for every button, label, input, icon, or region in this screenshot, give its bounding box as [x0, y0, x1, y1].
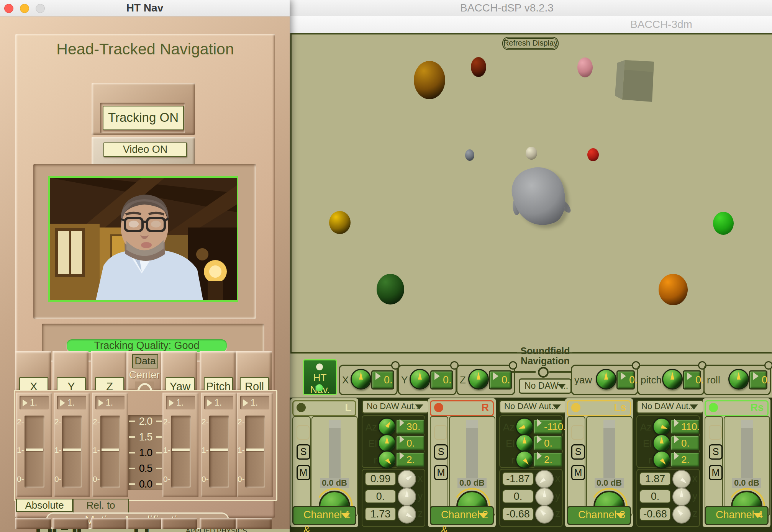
channel-select-dropdown-Ls[interactable]: Channel 3 — [567, 506, 631, 525]
slider-handle[interactable] — [102, 449, 119, 451]
nav-value-X[interactable]: 0. — [371, 370, 394, 390]
level-meter[interactable] — [741, 428, 753, 478]
z-knob-L[interactable] — [398, 505, 416, 524]
z-coordinate-R[interactable]: -0.68 — [502, 507, 534, 521]
y-coordinate-Ls[interactable]: 0. — [639, 489, 671, 503]
nav-knob-X[interactable] — [351, 369, 371, 390]
channel-header-Ls[interactable]: Ls — [567, 400, 631, 416]
az-value-L[interactable]: 30. — [395, 419, 425, 435]
amplification-value-box[interactable]: 1. — [57, 396, 86, 409]
channel-header-R[interactable]: R — [430, 400, 494, 416]
level-meter[interactable] — [329, 428, 341, 478]
slider-handle[interactable] — [172, 449, 190, 451]
amplification-slider[interactable] — [209, 416, 229, 488]
el-value-Ls[interactable]: 0. — [670, 435, 700, 451]
el-value-R[interactable]: 0. — [533, 435, 563, 451]
r-value-L[interactable]: 2. — [395, 452, 425, 468]
sphere-gray-small[interactable] — [465, 149, 474, 161]
nav-knob-pitch[interactable] — [662, 369, 683, 390]
y-coordinate-L[interactable]: 0. — [365, 489, 396, 503]
refresh-display-button[interactable]: Refresh Display — [502, 37, 559, 50]
nav-knob-roll[interactable] — [728, 369, 749, 390]
r-knob-L[interactable] — [378, 450, 396, 469]
x-knob-R[interactable] — [535, 470, 554, 488]
sphere-pink[interactable] — [577, 57, 593, 77]
amplification-slider[interactable] — [25, 416, 44, 488]
el-value-L[interactable]: 0. — [395, 435, 425, 451]
amplification-slider[interactable] — [62, 416, 82, 488]
x-knob-L[interactable] — [398, 470, 416, 488]
channel-header-Rs[interactable]: Rs — [705, 400, 769, 416]
r-knob-R[interactable] — [515, 450, 534, 469]
solo-button-Rs[interactable]: S — [709, 444, 723, 460]
z-coordinate-L[interactable]: 1.73 — [365, 507, 396, 521]
y-knob-L[interactable] — [398, 488, 416, 506]
channel-select-dropdown-Rs[interactable]: Channel 4 — [705, 506, 769, 525]
solo-button-R[interactable]: S — [434, 444, 448, 460]
amplification-value-box[interactable]: 1. — [166, 396, 195, 409]
daw-automation-dropdown-R[interactable]: No DAW Aut... — [499, 400, 567, 414]
sphere-dark-red[interactable] — [471, 57, 486, 77]
video-on-button[interactable]: Video ON — [103, 142, 187, 157]
soundfield-daw-dropdown[interactable]: No DAW ... — [519, 378, 572, 394]
amplification-value-box[interactable]: 1. — [95, 396, 125, 409]
r-value-Ls[interactable]: 2. — [670, 452, 700, 468]
mute-button-R[interactable]: M — [434, 465, 448, 480]
soundfield-3d-canvas[interactable] — [290, 33, 772, 354]
nav-value-yaw[interactable]: 0. — [616, 370, 635, 390]
r-knob-Ls[interactable] — [652, 450, 671, 469]
mute-button-L[interactable]: M — [297, 465, 310, 480]
az-knob-L[interactable] — [378, 417, 396, 436]
z-knob-Ls[interactable] — [672, 505, 691, 524]
x-knob-Ls[interactable] — [672, 470, 691, 488]
amplification-slider[interactable] — [100, 416, 120, 488]
slider-handle[interactable] — [63, 449, 81, 451]
mute-button-Ls[interactable]: M — [571, 465, 585, 480]
x-coordinate-R[interactable]: -1.87 — [502, 472, 534, 486]
amplification-value-box[interactable]: 1. — [204, 396, 233, 409]
x-coordinate-L[interactable]: 0.99 — [365, 472, 396, 486]
solo-button-L[interactable]: S — [297, 444, 310, 460]
sphere-yellow[interactable] — [329, 211, 351, 234]
az-value-R[interactable]: -110. — [533, 419, 563, 435]
channel-select-dropdown-L[interactable]: Channel 1 &... — [292, 506, 356, 525]
z-knob-R[interactable] — [535, 505, 554, 524]
az-value-Ls[interactable]: 110. — [670, 419, 700, 435]
daw-automation-dropdown-L[interactable]: No DAW Aut... — [362, 400, 429, 414]
nav-value-pitch[interactable]: 0. — [683, 370, 701, 390]
az-knob-Ls[interactable] — [652, 417, 671, 436]
nav-knob-yaw[interactable] — [596, 369, 616, 390]
nav-value-Z[interactable]: 0. — [489, 370, 512, 390]
slider-handle[interactable] — [246, 449, 264, 451]
slider-handle[interactable] — [26, 449, 43, 451]
x-coordinate-Ls[interactable]: 1.87 — [639, 472, 671, 486]
tab-absolute[interactable]: Absolute — [16, 499, 73, 512]
bacch-3dm-titlebar[interactable]: BACCH-3dm — [241, 16, 772, 33]
amplification-slider[interactable] — [245, 416, 265, 488]
nav-knob-Z[interactable] — [468, 369, 489, 390]
daw-automation-dropdown-Ls[interactable]: No DAW Aut... — [636, 400, 704, 414]
sphere-orange[interactable] — [659, 274, 688, 305]
nav-value-roll[interactable]: 0. — [749, 370, 767, 390]
az-knob-R[interactable] — [515, 417, 534, 436]
z-coordinate-Ls[interactable]: -0.68 — [639, 507, 671, 521]
channel-header-L[interactable]: L — [292, 400, 356, 416]
tracking-on-button[interactable]: Tracking ON — [103, 106, 184, 130]
sphere-amber[interactable] — [414, 61, 445, 99]
bacch-titlebar[interactable]: BACCH-dSP v8.2.3 — [241, 0, 772, 16]
amplification-value-box[interactable]: 1. — [240, 396, 269, 409]
mute-button-Rs[interactable]: M — [709, 465, 723, 480]
cube-gray[interactable] — [613, 57, 658, 104]
nav-knob-Y[interactable] — [410, 369, 430, 390]
listener-head[interactable] — [506, 160, 573, 232]
sphere-dark-green[interactable] — [377, 274, 404, 304]
level-meter[interactable] — [466, 428, 478, 478]
ht-nav-button[interactable]: HT Nav. — [303, 359, 337, 395]
y-coordinate-R[interactable]: 0. — [502, 489, 534, 503]
sphere-green[interactable] — [713, 212, 734, 235]
channel-select-dropdown-R[interactable]: Channel 2 &... — [430, 506, 494, 525]
slider-handle[interactable] — [210, 449, 228, 451]
amplification-slider[interactable] — [171, 416, 191, 488]
r-value-R[interactable]: 2. — [533, 452, 563, 468]
amplification-value-box[interactable]: 1. — [20, 396, 49, 409]
